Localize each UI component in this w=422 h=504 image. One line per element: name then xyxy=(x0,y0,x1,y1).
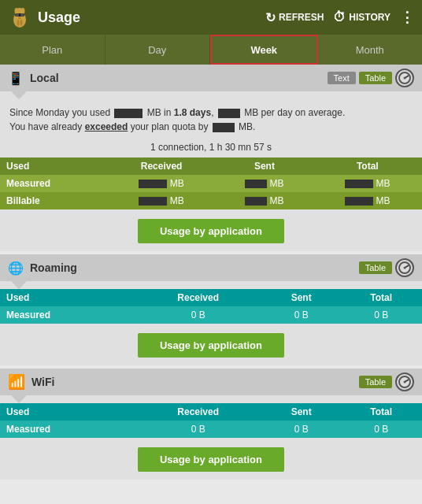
col-received: Received xyxy=(134,289,262,306)
wifi-table-header-row: Used Received Sent Total xyxy=(0,403,422,421)
row-received: MB xyxy=(107,175,216,192)
col-received: Received xyxy=(134,403,262,421)
wifi-section-buttons: Table xyxy=(359,372,414,391)
censored-cell xyxy=(139,197,167,206)
local-info-line2: You have already exceeded your plan quot… xyxy=(9,120,413,134)
svg-point-3 xyxy=(21,8,25,14)
globe-icon: 🌐 xyxy=(8,261,24,276)
local-usage-btn-wrap: Usage by application xyxy=(0,213,422,251)
col-total: Total xyxy=(313,158,422,175)
exceeded-text: exceeded xyxy=(85,121,128,132)
row-sent: MB xyxy=(216,175,313,192)
local-title: Local xyxy=(30,72,321,84)
censored-mb-3 xyxy=(213,123,235,132)
wifi-table-head: Used Received Sent Total xyxy=(0,403,422,421)
roaming-usage-by-app-button[interactable]: Usage by application xyxy=(138,333,284,358)
svg-point-2 xyxy=(15,8,19,14)
col-sent: Sent xyxy=(262,289,340,306)
row-label: Billable xyxy=(0,192,107,209)
roaming-section: 🌐 Roaming Table Used Received Sent Total xyxy=(0,254,422,365)
row-label: Measured xyxy=(0,421,134,438)
svg-point-6 xyxy=(20,13,24,17)
roaming-table-button[interactable]: Table xyxy=(359,261,392,274)
wifi-table-button[interactable]: Table xyxy=(359,376,392,388)
roaming-title: Roaming xyxy=(30,261,353,274)
roaming-table-head: Used Received Sent Total xyxy=(0,289,422,306)
censored-cell xyxy=(139,180,167,188)
local-usage-by-app-button[interactable]: Usage by application xyxy=(138,219,284,243)
table-row: Measured 0 B 0 B 0 B xyxy=(0,421,422,438)
col-used: Used xyxy=(0,289,134,306)
history-button[interactable]: ⏱ HISTORY xyxy=(333,10,391,24)
history-icon: ⏱ xyxy=(333,10,346,24)
row-total: MB xyxy=(313,192,422,209)
censored-cell xyxy=(245,197,267,206)
col-total: Total xyxy=(340,403,422,421)
local-gauge-icon[interactable] xyxy=(395,69,414,87)
gauge-svg xyxy=(398,261,412,275)
censored-cell xyxy=(345,180,373,188)
col-received: Received xyxy=(107,158,216,175)
censored-cell xyxy=(245,180,267,188)
table-row: Measured MB MB MB xyxy=(0,175,422,192)
censored-cell xyxy=(345,197,373,206)
wifi-table-body: Measured 0 B 0 B 0 B xyxy=(0,421,422,438)
row-sent: MB xyxy=(216,192,313,209)
table-row: Billable MB MB MB xyxy=(0,192,422,209)
app-header: Usage ↻ REFRESH ⏱ HISTORY ⋮ xyxy=(0,0,422,35)
svg-point-11 xyxy=(404,77,406,80)
wifi-section: 📶 WiFi Table Used Received Sent Total xyxy=(0,369,422,480)
local-data-table: Used Received Sent Total Measured MB MB … xyxy=(0,158,422,209)
wifi-title: WiFi xyxy=(31,376,353,388)
roaming-arrow xyxy=(11,281,27,289)
local-table-button[interactable]: Table xyxy=(359,72,392,84)
row-sent: 0 B xyxy=(262,306,340,324)
col-used: Used xyxy=(0,158,107,175)
wifi-usage-btn-wrap: Usage by application xyxy=(0,441,422,480)
svg-point-7 xyxy=(18,17,21,19)
censored-mb-2 xyxy=(218,109,240,118)
wifi-gauge-icon[interactable] xyxy=(395,372,414,391)
row-total: 0 B xyxy=(340,421,422,438)
tab-month[interactable]: Month xyxy=(318,35,423,65)
row-total: MB xyxy=(313,175,422,192)
app-title: Usage xyxy=(38,9,265,26)
tab-plan[interactable]: Plan xyxy=(0,35,106,65)
row-label: Measured xyxy=(0,175,107,192)
gauge-svg xyxy=(398,375,412,389)
roaming-section-header: 🌐 Roaming Table xyxy=(0,254,422,281)
wifi-section-header: 📶 WiFi Table xyxy=(0,369,422,395)
col-sent: Sent xyxy=(216,158,313,175)
wifi-arrow xyxy=(11,395,27,403)
col-sent: Sent xyxy=(262,403,340,421)
local-table-body: Measured MB MB MB Billable MB MB MB xyxy=(0,175,422,209)
local-connection: 1 connection, 1 h 30 mn 57 s xyxy=(0,140,422,158)
tab-bar: Plan Day Week Month xyxy=(0,35,422,65)
row-label: Measured xyxy=(0,306,134,324)
phone-icon: 📱 xyxy=(8,71,24,86)
tab-day[interactable]: Day xyxy=(106,35,211,65)
local-section-header: 📱 Local Text Table xyxy=(0,65,422,91)
wifi-icon: 📶 xyxy=(8,373,25,391)
wifi-usage-by-app-button[interactable]: Usage by application xyxy=(138,447,284,472)
roaming-gauge-icon[interactable] xyxy=(395,258,414,277)
row-total: 0 B xyxy=(340,306,422,324)
svg-point-13 xyxy=(404,267,406,269)
svg-point-9 xyxy=(20,20,23,26)
censored-mb-1 xyxy=(114,109,143,118)
col-total: Total xyxy=(340,289,422,306)
wifi-data-table: Used Received Sent Total Measured 0 B 0 … xyxy=(0,403,422,438)
roaming-usage-btn-wrap: Usage by application xyxy=(0,327,422,365)
more-menu-button[interactable]: ⋮ xyxy=(400,9,414,26)
local-info-line1: Since Monday you used MB in 1.8 days, MB… xyxy=(9,106,413,120)
roaming-data-table: Used Received Sent Total Measured 0 B 0 … xyxy=(0,289,422,324)
refresh-button[interactable]: ↻ REFRESH xyxy=(265,10,324,25)
tab-week[interactable]: Week xyxy=(210,35,318,65)
local-text-button[interactable]: Text xyxy=(328,72,356,84)
table-row: Measured 0 B 0 B 0 B xyxy=(0,306,422,324)
roaming-table-body: Measured 0 B 0 B 0 B xyxy=(0,306,422,324)
local-table-header-row: Used Received Sent Total xyxy=(0,158,422,175)
svg-point-8 xyxy=(17,20,20,26)
row-received: 0 B xyxy=(134,306,262,324)
roaming-table-header-row: Used Received Sent Total xyxy=(0,289,422,306)
